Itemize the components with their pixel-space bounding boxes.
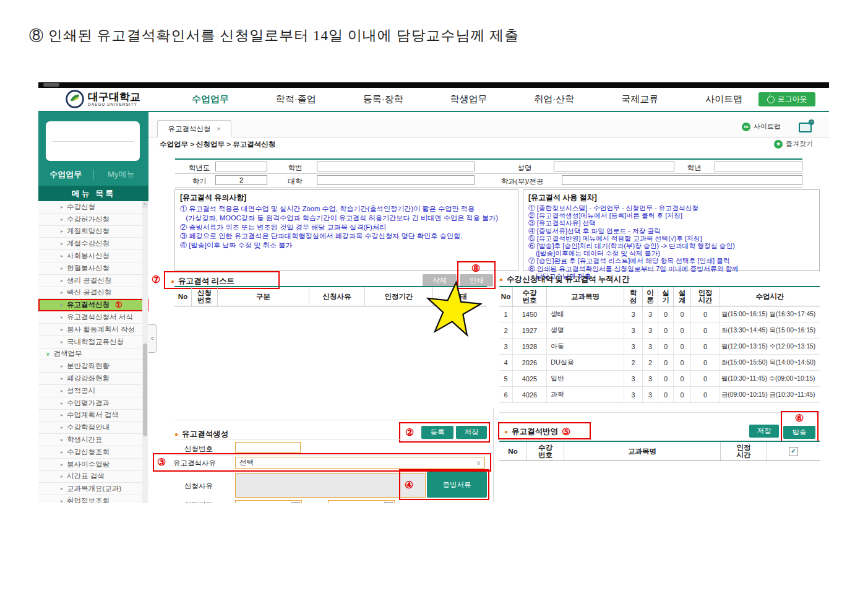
notice-procedure-title: [유고결석 사용 절차] (528, 192, 814, 203)
sidebar-scrollbar[interactable]: ^ (142, 201, 148, 503)
scroll-up-icon[interactable]: ^ (142, 201, 148, 208)
table-row[interactable]: 4 2026 DU실용 2 2 0 0 0 화(15:00~15:50) 목(1… (499, 355, 820, 371)
table-row[interactable]: 1 1450 생태 3 3 0 0 0 월(15:00~16:15) 월(16:… (499, 306, 820, 322)
sidebar-menu-item[interactable]: ▸ 사회봉사신청 (38, 250, 148, 262)
sidebar-menu-item[interactable]: ∨ 검색업무 (38, 348, 148, 361)
logout-button[interactable]: 로그아웃 (758, 92, 815, 106)
college-input[interactable] (317, 175, 475, 185)
scrollbar-thumb[interactable] (143, 344, 147, 436)
cell-theory: 3 (643, 371, 658, 386)
cell-design: 0 (674, 322, 691, 338)
sidebar-menu-item-label: 수업계획서 검색 (67, 410, 119, 420)
triangle-icon: ▸ (61, 412, 63, 418)
col-design: 설 계 (674, 287, 691, 306)
triangle-icon: ▸ (61, 437, 63, 443)
sidebar-menu-item[interactable]: ▸ 국내학점교류신청 (38, 336, 148, 348)
sidebar-menu-item[interactable]: ▸ 봉사 활동계획서 작성 (38, 324, 148, 336)
col-no: No (499, 287, 513, 306)
save-button[interactable]: 저장 (456, 426, 487, 439)
logo-korean-name: 대구대학교 (88, 92, 140, 102)
annotation-number-5: ⑤ (562, 427, 570, 437)
nav-item-sitemap[interactable]: 사이트맵 (705, 93, 742, 105)
name-input[interactable] (554, 162, 674, 171)
sidebar-menu-item-label: 성적공시 (67, 386, 95, 396)
favorite-button[interactable]: ★ 즐겨찾기 (774, 139, 813, 149)
calendar-icon[interactable] (291, 502, 300, 503)
app-header: 대구대학교 DAEGU UNIVERSITY 수업업무 학적·졸업 등록·장학 … (38, 88, 829, 112)
sidebar-menu-item[interactable]: ▸ 취업정보조회 (38, 495, 148, 503)
student-id-input[interactable] (317, 162, 475, 171)
absence-reason-select[interactable]: 선택 ∨ (235, 457, 485, 469)
tab-absence-application[interactable]: 유고결석신청 × (157, 120, 231, 137)
year-input[interactable] (215, 162, 267, 171)
table-row[interactable]: 3 1928 아동 3 3 0 0 0 월(12:00~13:15) 수(12:… (499, 339, 820, 355)
sidebar-menu-item[interactable]: ▸ 교과목개요(교과) (38, 483, 148, 495)
table-row[interactable]: 6 4026 과학 3 3 0 0 0 금(09:00~10:15) 금(10:… (499, 387, 820, 403)
sidebar-tab-mymenu[interactable]: My메뉴 (94, 169, 149, 180)
sidebar-menu-item[interactable]: ▸ 봉사이수열람 (38, 459, 148, 471)
triangle-icon: ▸ (61, 217, 63, 222)
cell-course-name: 일반 (547, 371, 624, 386)
close-all-windows-icon[interactable] (799, 123, 812, 132)
sidebar-menu-item[interactable]: ▸ 수강신청조회 (38, 446, 148, 459)
sidebar-menu-item[interactable]: ▸ 백신 공결신청 (38, 287, 148, 300)
sidebar-menu-item[interactable]: ▸ 계절수강신청 (38, 238, 148, 250)
col-class-time: 수업시간 (720, 287, 820, 306)
cell-class-time: 월(10:30~11:45) 수(09:00~10:15) (720, 371, 820, 386)
sidebar-collapse-handle[interactable]: < (148, 324, 157, 353)
sidebar-menu-item-label: 사회봉사신청 (67, 251, 110, 261)
send-button[interactable]: 발송 (783, 426, 815, 439)
dept-input[interactable] (562, 175, 802, 185)
nav-item-student-affairs[interactable]: 학생업무 (450, 93, 487, 105)
cell-recognized: 0 (691, 306, 720, 322)
period-end-input[interactable] (328, 500, 395, 503)
top-navigation: 수업업무 학적·졸업 등록·장학 학생업무 취업·산학 국제교류 사이트맵 (192, 88, 742, 111)
tab-bar: 유고결석신청 × m 사이트맵 (148, 117, 829, 137)
sidebar-menu-item[interactable]: ▸ 수업계획서 검색 (38, 410, 148, 422)
sidebar-menu-item[interactable]: ▸ 학생시간표 (38, 434, 148, 446)
apply-save-button[interactable]: 저장 (749, 425, 779, 438)
tab-close-icon[interactable]: × (217, 126, 221, 132)
sidebar-menu-item[interactable]: ▸ 분반강좌현황 (38, 360, 148, 373)
sidebar-tab-classes[interactable]: 수업업무 (38, 169, 93, 180)
main-content: < 유고결석신청 × m 사이트맵 수업업무 > 신청업무 > 유고결석신청 ★… (148, 112, 829, 503)
sidebar-menu-item[interactable]: ▸ 계절희망신청 (38, 226, 148, 238)
sidebar-menu-item[interactable]: ▸ 수업평가결과 (38, 397, 148, 410)
cell-practice: 0 (658, 387, 674, 402)
grade-input[interactable] (715, 162, 802, 171)
request-no-input[interactable] (235, 442, 301, 453)
nav-item-career[interactable]: 취업·산학 (534, 93, 574, 105)
nav-item-records[interactable]: 학적·졸업 (276, 93, 316, 105)
sidebar-menu-item[interactable]: ▸ 생리 공결신청 (38, 275, 148, 287)
sidebar-menu-item[interactable]: ▸ 수강신청 (38, 201, 148, 214)
table-row[interactable]: 5 4025 일반 3 3 0 0 0 월(10:30~11:45) 수(09:… (499, 371, 820, 387)
nav-item-classes[interactable]: 수업업무 (192, 93, 229, 105)
sidebar-menu-item[interactable]: ▸ 수강학점안내 (38, 422, 148, 434)
annotation-number-6: ⑥ (795, 413, 804, 423)
sidebar-menu-item[interactable]: ▸ 시간표 검색 (38, 471, 148, 483)
sidebar-menu-item[interactable]: ▸ 헌혈봉사신청 (38, 262, 148, 275)
triangle-icon: ▸ (61, 228, 63, 234)
sidebar-menu-item[interactable]: ▸ 폐강강좌현황 (38, 373, 148, 385)
col-select-all: ✓ (767, 442, 820, 460)
nav-item-international[interactable]: 국제교류 (621, 93, 658, 105)
supporting-docs-button[interactable]: 증빙서류 (427, 472, 487, 498)
period-start-input[interactable] (235, 500, 302, 503)
sidebar-menu-item[interactable]: ▸ 유고결석신청서 서식 (38, 311, 148, 324)
detail-reason-textarea[interactable] (235, 473, 426, 498)
sidebar-menu-item-label: 폐강강좌현황 (67, 374, 110, 383)
notice-line: ① 유고결석 적용은 대면수업 및 실시간 Zoom 수업, 학습기간(출석인정… (180, 204, 513, 214)
sidebar-menu-item[interactable]: ▸ 수강허가신청 (38, 214, 148, 226)
register-button[interactable]: 등록 (421, 426, 453, 439)
semester-input[interactable] (215, 175, 267, 185)
sitemap-shortcut[interactable]: m 사이트맵 (742, 122, 781, 131)
nav-item-registration[interactable]: 등록·장학 (363, 93, 403, 105)
sidebar-menu-item[interactable]: ▸ 유고결석신청 ① (38, 299, 148, 311)
university-logo[interactable]: 대구대학교 DAEGU UNIVERSITY (66, 90, 140, 108)
calendar-icon[interactable] (384, 502, 393, 503)
table-row[interactable]: 2 1927 생명 3 3 0 0 0 화(13:30~14:45) 목(15:… (499, 322, 820, 339)
sidebar-menu-item-label: 생리 공결신청 (67, 276, 111, 285)
period-label: 인정기간 (184, 501, 213, 503)
select-all-checkbox[interactable]: ✓ (789, 447, 798, 456)
sidebar-menu-item[interactable]: ▸ 성적공시 (38, 385, 148, 397)
